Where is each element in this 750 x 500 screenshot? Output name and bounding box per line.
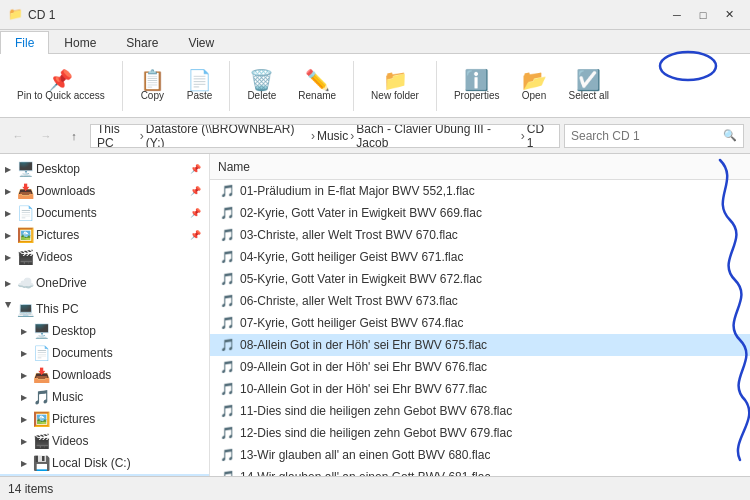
pictures-icon: 🖼️ [16,227,34,243]
pc-desktop-icon: 🖥️ [32,323,50,339]
expand-icon[interactable]: ▶ [0,279,16,288]
pin-icon-downloads: 📌 [190,186,201,196]
flac-icon: 🎵 [218,404,236,418]
sidebar-item-pc-pictures[interactable]: ▶ 🖼️ Pictures [0,408,209,430]
properties-button[interactable]: ℹ️ Properties [445,65,509,106]
delete-button[interactable]: 🗑️ Delete [238,65,285,106]
back-button[interactable]: ← [6,124,30,148]
table-row[interactable]: 🎵01-Präludium in E-flat Major BWV 552,1.… [210,180,750,202]
address-path[interactable]: This PC › Datastore (\\BROWNBEAR) (Y:) ›… [90,124,560,148]
table-row[interactable]: 🎵10-Allein Got in der Höh' sei Ehr BWV 6… [210,378,750,400]
rename-icon: ✏️ [305,70,330,90]
file-list-header: Name [210,154,750,180]
table-row[interactable]: 🎵12-Dies sind die heiligen zehn Gebot BW… [210,422,750,444]
ribbon-divider-1 [122,61,123,111]
sidebar-item-pc-music[interactable]: ▶ 🎵 Music [0,386,209,408]
path-this-pc[interactable]: This PC [97,124,138,148]
close-button[interactable]: ✕ [716,4,742,26]
file-name: 01-Präludium in E-flat Major BWV 552,1.f… [240,184,475,198]
files-container: 🎵01-Präludium in E-flat Major BWV 552,1.… [210,180,750,488]
expand-icon[interactable]: ▶ [16,437,32,446]
sidebar-item-pc-documents[interactable]: ▶ 📄 Documents [0,342,209,364]
expand-icon[interactable]: ▶ [0,165,16,174]
rename-button[interactable]: ✏️ Rename [289,65,345,106]
sidebar-label-videos: Videos [36,250,201,264]
select-all-button[interactable]: ☑️ Select all [560,65,619,106]
pin-icon-documents: 📌 [190,208,201,218]
pin-button[interactable]: 📌 Pin to Quick access [8,65,114,106]
table-row[interactable]: 🎵06-Christe, aller Welt Trost BWV 673.fl… [210,290,750,312]
expand-icon[interactable]: ▶ [0,231,16,240]
table-row[interactable]: 🎵11-Dies sind die heiligen zehn Gebot BW… [210,400,750,422]
videos-icon: 🎬 [16,249,34,265]
file-name: 10-Allein Got in der Höh' sei Ehr BWV 67… [240,382,487,396]
expand-icon[interactable]: ▶ [16,349,32,358]
sidebar-item-pc-downloads[interactable]: ▶ 📥 Downloads [0,364,209,386]
sidebar-item-desktop[interactable]: ▶ 🖥️ Desktop 📌 [0,158,209,180]
path-bach[interactable]: Bach - Clavier Ubung III - Jacob [356,124,519,148]
title-bar-controls: ─ □ ✕ [664,4,742,26]
expand-icon[interactable]: ▶ [16,371,32,380]
select-all-icon: ☑️ [576,70,601,90]
tab-home[interactable]: Home [49,31,111,54]
path-cd1[interactable]: CD 1 [527,124,553,148]
expand-icon[interactable]: ▶ [0,253,16,262]
sidebar-item-documents[interactable]: ▶ 📄 Documents 📌 [0,202,209,224]
sidebar-item-downloads[interactable]: ▶ 📥 Downloads 📌 [0,180,209,202]
expand-icon[interactable]: ▶ [16,327,32,336]
table-row[interactable]: 🎵09-Allein Got in der Höh' sei Ehr BWV 6… [210,356,750,378]
main-layout: ▶ 🖥️ Desktop 📌 ▶ 📥 Downloads 📌 ▶ 📄 Docum… [0,154,750,500]
table-row[interactable]: 🎵03-Christe, aller Welt Trost BWV 670.fl… [210,224,750,246]
file-name: 07-Kyrie, Gott heiliger Geist BWV 674.fl… [240,316,463,330]
flac-icon: 🎵 [218,206,236,220]
expand-icon[interactable]: ▶ [16,459,32,468]
file-name: 02-Kyrie, Gott Vater in Ewigkeit BWV 669… [240,206,482,220]
path-datastore[interactable]: Datastore (\\BROWNBEAR) (Y:) [146,124,309,148]
path-music[interactable]: Music [317,129,348,143]
sidebar-label-pc-music: Music [52,390,201,404]
table-row[interactable]: 🎵04-Kyrie, Gott heiliger Geist BWV 671.f… [210,246,750,268]
flac-icon: 🎵 [218,272,236,286]
sidebar-item-videos[interactable]: ▶ 🎬 Videos [0,246,209,268]
table-row[interactable]: 🎵07-Kyrie, Gott heiliger Geist BWV 674.f… [210,312,750,334]
table-row[interactable]: 🎵05-Kyrie, Gott Vater in Ewigkeit BWV 67… [210,268,750,290]
minimize-button[interactable]: ─ [664,4,690,26]
file-name: 09-Allein Got in der Höh' sei Ehr BWV 67… [240,360,487,374]
new-folder-button[interactable]: 📁 New folder [362,65,428,106]
sidebar-item-pictures[interactable]: ▶ 🖼️ Pictures 📌 [0,224,209,246]
tab-view[interactable]: View [173,31,229,54]
sidebar-item-pc-videos[interactable]: ▶ 🎬 Videos [0,430,209,452]
sidebar-item-local-disk[interactable]: ▶ 💾 Local Disk (C:) [0,452,209,474]
sidebar-item-onedrive[interactable]: ▶ ☁️ OneDrive [0,272,209,294]
file-name: 08-Allein Got in der Höh' sei Ehr BWV 67… [240,338,487,352]
tab-file[interactable]: File [0,31,49,54]
sidebar-label-downloads: Downloads [36,184,188,198]
open-button[interactable]: 📂 Open [513,65,556,106]
file-name: 03-Christe, aller Welt Trost BWV 670.fla… [240,228,458,242]
table-row[interactable]: 🎵08-Allein Got in der Höh' sei Ehr BWV 6… [210,334,750,356]
ribbon-divider-4 [436,61,437,111]
table-row[interactable]: 🎵13-Wir glauben all' an einen Gott BWV 6… [210,444,750,466]
sidebar-item-this-pc[interactable]: ▶ 💻 This PC [0,298,209,320]
search-box[interactable]: 🔍 [564,124,744,148]
ribbon-content: 📌 Pin to Quick access 📋 Copy 📄 Paste 🗑️ … [0,54,750,118]
expand-icon[interactable]: ▶ [16,393,32,402]
expand-icon-this-pc[interactable]: ▶ [4,301,13,317]
copy-button[interactable]: 📋 Copy [131,65,174,106]
column-header-name[interactable]: Name [218,160,250,174]
forward-button[interactable]: → [34,124,58,148]
sidebar-label-pc-desktop: Desktop [52,324,201,338]
tab-share[interactable]: Share [111,31,173,54]
desktop-icon: 🖥️ [16,161,34,177]
pc-music-icon: 🎵 [32,389,50,405]
documents-icon: 📄 [16,205,34,221]
expand-icon[interactable]: ▶ [16,415,32,424]
expand-icon[interactable]: ▶ [0,209,16,218]
search-input[interactable] [571,129,723,143]
expand-icon[interactable]: ▶ [0,187,16,196]
paste-button[interactable]: 📄 Paste [178,65,222,106]
sidebar-item-pc-desktop[interactable]: ▶ 🖥️ Desktop [0,320,209,342]
maximize-button[interactable]: □ [690,4,716,26]
table-row[interactable]: 🎵02-Kyrie, Gott Vater in Ewigkeit BWV 66… [210,202,750,224]
up-button[interactable]: ↑ [62,124,86,148]
